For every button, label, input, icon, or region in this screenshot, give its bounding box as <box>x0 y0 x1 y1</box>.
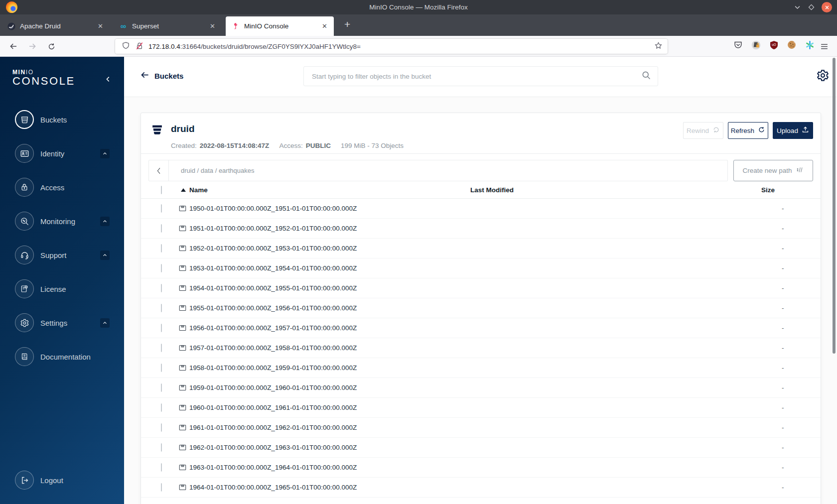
object-name[interactable]: 1959-01-01T00:00:00.000Z_1960-01-01T00:0… <box>189 384 357 391</box>
row-checkbox[interactable] <box>161 344 162 352</box>
rewind-button[interactable]: Rewind <box>683 122 723 139</box>
row-checkbox[interactable] <box>161 224 162 233</box>
object-name[interactable]: 1953-01-01T00:00:00.000Z_1954-01-01T00:0… <box>189 264 357 272</box>
cookie-icon[interactable] <box>786 39 797 50</box>
chevron-up-icon[interactable] <box>100 318 110 328</box>
object-name[interactable]: 1955-01-01T00:00:00.000Z_1956-01-01T00:0… <box>189 304 357 312</box>
tab-minio-console[interactable]: MinIO Console✕ <box>226 16 334 36</box>
row-checkbox[interactable] <box>161 204 162 213</box>
tab-superset[interactable]: ∞Superset✕ <box>114 16 222 36</box>
sidebar-item-monitoring[interactable]: Monitoring <box>0 204 124 238</box>
close-icon[interactable] <box>822 2 832 12</box>
main-content: Buckets druid <box>124 57 837 504</box>
url-text[interactable]: 172.18.0.4:31664/buckets/druid/browse/ZG… <box>148 43 650 50</box>
new-tab-button[interactable]: + <box>338 18 357 32</box>
bookmark-star-icon[interactable] <box>654 41 663 51</box>
table-row[interactable]: 1951-01-01T00:00:00.000Z_1952-01-01T00:0… <box>141 219 821 239</box>
minimize-icon[interactable] <box>794 3 801 11</box>
page-scrollbar[interactable] <box>829 57 837 504</box>
bucket-icon <box>15 110 34 129</box>
maximize-icon[interactable] <box>808 3 815 11</box>
search-input[interactable] <box>304 73 641 80</box>
table-row[interactable]: 1956-01-01T00:00:00.000Z_1957-01-01T00:0… <box>141 318 821 338</box>
object-name[interactable]: 1958-01-01T00:00:00.000Z_1959-01-01T00:0… <box>189 364 357 372</box>
column-header-name[interactable]: Name <box>176 186 470 194</box>
row-checkbox[interactable] <box>161 463 162 472</box>
row-checkbox[interactable] <box>161 364 162 372</box>
table-row[interactable]: 1961-01-01T00:00:00.000Z_1962-01-01T00:0… <box>141 418 821 438</box>
table-row[interactable]: 1953-01-01T00:00:00.000Z_1954-01-01T00:0… <box>141 258 821 278</box>
row-checkbox[interactable] <box>161 284 162 292</box>
object-name[interactable]: 1963-01-01T00:00:00.000Z_1964-01-01T00:0… <box>189 464 357 471</box>
table-row[interactable]: 1964-01-01T00:00:00.000Z_1965-01-01T00:0… <box>141 478 821 498</box>
tab-close-icon[interactable]: ✕ <box>209 22 216 30</box>
object-name[interactable]: 1962-01-01T00:00:00.000Z_1963-01-01T00:0… <box>189 444 357 451</box>
row-checkbox[interactable] <box>161 423 162 432</box>
chevron-up-icon[interactable] <box>100 217 110 226</box>
breadcrumb-bar[interactable]: druid / data / earthquakes <box>148 160 728 181</box>
table-row[interactable]: 1954-01-01T00:00:00.000Z_1955-01-01T00:0… <box>141 278 821 298</box>
sidebar-item-settings[interactable]: Settings <box>0 306 124 340</box>
sidebar-item-buckets[interactable]: Buckets <box>0 103 124 136</box>
chevron-up-icon[interactable] <box>100 149 110 158</box>
sidebar-item-identity[interactable]: Identity <box>0 136 124 170</box>
table-row[interactable]: 1963-01-01T00:00:00.000Z_1964-01-01T00:0… <box>141 458 821 478</box>
sidebar-item-support[interactable]: Support <box>0 238 124 272</box>
back-button[interactable] <box>6 39 20 53</box>
tab-close-icon[interactable]: ✕ <box>321 22 328 30</box>
asterisk-icon[interactable] <box>804 39 815 50</box>
chevron-up-icon[interactable] <box>100 251 110 260</box>
privacy-badger-icon[interactable] <box>750 39 761 50</box>
sidebar-item-documentation[interactable]: Documentation <box>0 340 124 374</box>
settings-gear-icon[interactable] <box>816 69 830 84</box>
row-checkbox[interactable] <box>161 244 162 252</box>
row-checkbox[interactable] <box>161 264 162 272</box>
upload-button[interactable]: Upload <box>773 122 813 139</box>
scrollbar-thumb[interactable] <box>833 58 836 354</box>
tab-close-icon[interactable]: ✕ <box>97 22 104 30</box>
object-name[interactable]: 1954-01-01T00:00:00.000Z_1955-01-01T00:0… <box>189 284 357 292</box>
object-name[interactable]: 1960-01-01T00:00:00.000Z_1961-01-01T00:0… <box>189 404 357 411</box>
table-row[interactable]: 1952-01-01T00:00:00.000Z_1953-01-01T00:0… <box>141 239 821 258</box>
table-row[interactable]: 1955-01-01T00:00:00.000Z_1956-01-01T00:0… <box>141 298 821 318</box>
object-name[interactable]: 1964-01-01T00:00:00.000Z_1965-01-01T00:0… <box>189 484 357 491</box>
url-bar[interactable]: 172.18.0.4:31664/buckets/druid/browse/ZG… <box>115 39 668 54</box>
forward-button[interactable] <box>25 39 39 53</box>
back-to-buckets-link[interactable]: Buckets <box>140 70 183 81</box>
object-name[interactable]: 1952-01-01T00:00:00.000Z_1953-01-01T00:0… <box>189 245 357 252</box>
hamburger-menu-icon[interactable] <box>817 39 831 53</box>
object-name[interactable]: 1961-01-01T00:00:00.000Z_1962-01-01T00:0… <box>189 424 357 431</box>
table-row[interactable]: 1958-01-01T00:00:00.000Z_1959-01-01T00:0… <box>141 358 821 378</box>
row-checkbox[interactable] <box>161 304 162 312</box>
ublock-icon[interactable]: uO <box>768 39 779 50</box>
sidebar-item-license[interactable]: License <box>0 272 124 306</box>
insecure-lock-icon[interactable] <box>136 42 143 51</box>
table-row[interactable]: 1959-01-01T00:00:00.000Z_1960-01-01T00:0… <box>141 378 821 398</box>
sidebar-item-access[interactable]: Access <box>0 170 124 204</box>
table-row[interactable]: 1960-01-01T00:00:00.000Z_1961-01-01T00:0… <box>141 398 821 418</box>
sidebar-item-logout[interactable]: Logout <box>0 463 124 497</box>
row-checkbox[interactable] <box>161 383 162 392</box>
row-checkbox[interactable] <box>161 324 162 332</box>
table-row[interactable]: 1957-01-01T00:00:00.000Z_1958-01-01T00:0… <box>141 338 821 358</box>
select-all-checkbox[interactable] <box>161 186 162 194</box>
pocket-icon[interactable] <box>732 39 743 50</box>
object-name[interactable]: 1956-01-01T00:00:00.000Z_1957-01-01T00:0… <box>189 324 357 332</box>
tracking-shield-icon[interactable] <box>122 41 130 51</box>
table-row[interactable]: 1962-01-01T00:00:00.000Z_1963-01-01T00:0… <box>141 438 821 458</box>
object-name[interactable]: 1950-01-01T00:00:00.000Z_1951-01-01T00:0… <box>189 205 357 212</box>
sidebar-collapse-icon[interactable] <box>105 76 112 85</box>
path-icon <box>796 166 804 175</box>
create-new-path-button[interactable]: Create new path <box>733 160 813 181</box>
table-row[interactable]: 1950-01-01T00:00:00.000Z_1951-01-01T00:0… <box>141 199 821 219</box>
row-checkbox[interactable] <box>161 443 162 452</box>
row-checkbox[interactable] <box>161 483 162 492</box>
reload-button[interactable] <box>44 39 58 53</box>
row-checkbox[interactable] <box>161 403 162 412</box>
object-name[interactable]: 1957-01-01T00:00:00.000Z_1958-01-01T00:0… <box>189 344 357 352</box>
tab-apache-druid[interactable]: Apache Druid✕ <box>1 16 110 36</box>
refresh-button[interactable]: Refresh <box>728 122 768 139</box>
breadcrumb-back-icon[interactable] <box>149 160 169 181</box>
object-name[interactable]: 1951-01-01T00:00:00.000Z_1952-01-01T00:0… <box>189 225 357 232</box>
object-size: - <box>761 484 822 491</box>
